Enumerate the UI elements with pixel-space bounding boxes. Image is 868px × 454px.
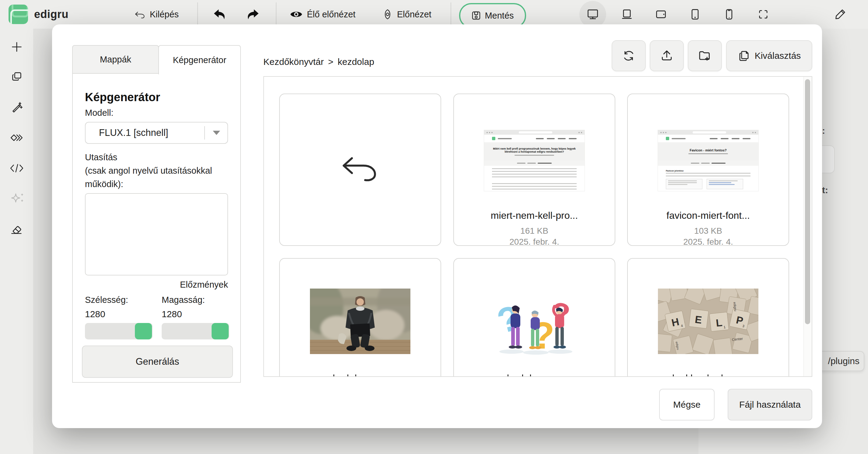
- code-editor-button[interactable]: [10, 161, 24, 175]
- redo-icon: [246, 7, 260, 21]
- webpage-thumbnail: Favicon - miért fontos? Favicon jelentés…: [658, 130, 758, 191]
- height-value: 1280: [162, 309, 182, 319]
- eye-filled-icon: [290, 9, 303, 19]
- ai-assistant-button[interactable]: [10, 192, 24, 206]
- tablet-landscape-icon: [655, 8, 667, 21]
- eraser-button[interactable]: [10, 222, 24, 236]
- photo-help-tiles: H 4 E L 1: [658, 288, 758, 354]
- clipped-filename: [454, 374, 615, 377]
- breadcrumb: Kezdőkönyvtár > kezdolap: [264, 57, 374, 67]
- upload-icon: [660, 49, 674, 62]
- file-size: 103 KB: [628, 225, 788, 236]
- model-select-value: FLUX.1 [schnell]: [99, 127, 204, 138]
- diamond-chevrons-icon: [10, 132, 24, 143]
- undo-icon: [213, 7, 226, 21]
- pencil-icon: [834, 8, 846, 21]
- left-sidebar: [0, 29, 33, 454]
- edigru-logo-icon: [8, 5, 28, 24]
- new-folder-button[interactable]: [688, 40, 722, 71]
- mini-logo: [666, 137, 669, 140]
- select-files-button[interactable]: Kiválasztás: [726, 40, 812, 71]
- return-arrow-icon: [134, 10, 146, 19]
- height-label: Magasság:: [162, 295, 205, 305]
- magic-wand-icon: [10, 101, 23, 114]
- file-card[interactable]: Miért nem kell profi programozónak lenne…: [453, 93, 615, 246]
- background-label-fragment-2: t:: [822, 185, 828, 195]
- toolbar-separator: [197, 2, 198, 26]
- breadcrumb-current: kezdolap: [338, 57, 374, 67]
- breadcrumb-separator: >: [328, 57, 333, 67]
- tab-folders[interactable]: Mappák: [72, 45, 159, 74]
- thumb-section-title: Favicon jelentése: [666, 170, 750, 172]
- brand-name: edigru: [34, 8, 68, 21]
- upload-button[interactable]: [650, 40, 684, 71]
- copy-pages-icon: [738, 49, 750, 62]
- ai-sparkle-icon: [10, 192, 24, 205]
- clipped-filename: [280, 374, 440, 377]
- file-date: 2025. febr. 4.: [454, 236, 615, 248]
- grid-scrollbar-thumb[interactable]: [805, 79, 810, 324]
- mini-logo: [492, 137, 495, 140]
- width-value: 1280: [85, 309, 105, 319]
- app-root: : t: /plugins edigru Kilépés: [0, 0, 868, 454]
- breadcrumb-root[interactable]: Kezdőkönyvtár: [264, 57, 323, 67]
- code-icon: [10, 163, 24, 173]
- file-card[interactable]: [279, 258, 441, 377]
- height-slider-thumb[interactable]: [212, 323, 229, 339]
- file-card[interactable]: H 4 E L 1: [627, 258, 789, 377]
- refresh-icon: [622, 49, 636, 62]
- model-label: Modell:: [85, 108, 114, 118]
- toolbar-separator: [276, 2, 276, 26]
- file-name: favicon-miert-font...: [628, 210, 788, 221]
- background-label-fragment: :: [822, 125, 825, 136]
- file-card[interactable]: ? ? ?: [453, 258, 615, 377]
- edit-pencil-button[interactable]: [834, 0, 846, 29]
- file-grid: Miért nem kell profi programozónak lenne…: [264, 76, 812, 377]
- back-arrow-icon: [340, 152, 380, 182]
- illustration-question-marks: ? ? ?: [489, 286, 580, 356]
- eraser-icon: [10, 223, 24, 235]
- clipped-filename: [628, 374, 788, 377]
- width-label: Szélesség:: [85, 295, 128, 305]
- use-file-button[interactable]: Fájl használata: [727, 389, 812, 421]
- height-slider[interactable]: [162, 323, 229, 339]
- cancel-button[interactable]: Mégse: [659, 389, 715, 421]
- pages-icon: [11, 71, 23, 83]
- history-link[interactable]: Előzmények: [85, 280, 228, 290]
- width-slider[interactable]: [85, 323, 153, 339]
- file-name: miert-nem-kell-pro...: [454, 210, 615, 221]
- add-element-button[interactable]: [10, 40, 24, 54]
- grid-scrollbar-track[interactable]: [803, 77, 812, 376]
- pages-button[interactable]: [10, 70, 24, 84]
- tablet-portrait-icon: [689, 8, 701, 21]
- tab-image-generator[interactable]: Képgenerátor: [158, 45, 241, 74]
- svg-text:L: L: [715, 317, 723, 329]
- prompt-input[interactable]: [85, 193, 228, 276]
- width-slider-thumb[interactable]: [135, 323, 152, 339]
- svg-text:1: 1: [723, 325, 725, 329]
- save-floppy-icon: [471, 11, 481, 21]
- svg-text:E: E: [694, 314, 702, 326]
- generator-title: Képgenerátor: [85, 91, 160, 104]
- folder-plus-icon: [698, 49, 712, 62]
- model-select[interactable]: FLUX.1 [schnell]: [85, 122, 228, 144]
- back-folder-card[interactable]: [279, 93, 441, 246]
- thumb-page-title: Favicon - miért fontos?: [690, 149, 727, 152]
- image-generator-panel: Képgenerátor Modell: FLUX.1 [schnell] Ut…: [72, 73, 241, 383]
- desktop-icon: [587, 8, 599, 21]
- eye-outline-icon: [382, 8, 393, 20]
- chevron-down-icon: [213, 131, 220, 135]
- design-presets-button[interactable]: [10, 131, 24, 145]
- thumb-page-title: Miért nem kell profi programozónak lenne…: [491, 147, 577, 153]
- webpage-thumbnail: Miért nem kell profi programozónak lenne…: [484, 130, 585, 191]
- file-card[interactable]: Favicon - miért fontos? Favicon jelentés…: [627, 93, 789, 246]
- file-picker-modal: Mappák Képgenerátor Képgenerátor Modell:…: [52, 24, 822, 428]
- toolbar-separator: [451, 2, 451, 26]
- file-date: 2025. febr. 4.: [628, 236, 788, 248]
- generate-button[interactable]: Generálás: [82, 345, 233, 378]
- magic-wand-button[interactable]: [10, 100, 24, 114]
- laptop-icon: [621, 8, 633, 21]
- phone-icon: [723, 8, 735, 21]
- plus-icon: [11, 41, 23, 53]
- refresh-button[interactable]: [612, 40, 646, 71]
